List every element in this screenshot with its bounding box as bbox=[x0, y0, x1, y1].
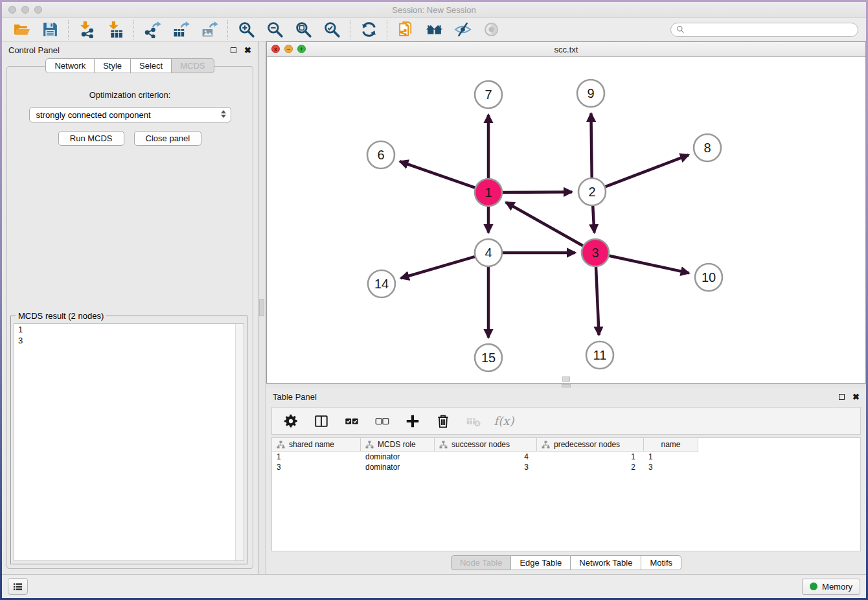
graph-node-14[interactable]: 14 bbox=[368, 270, 395, 297]
mcds-result-list[interactable]: 13 bbox=[14, 323, 244, 561]
import-network-icon[interactable] bbox=[75, 20, 98, 40]
table-row[interactable]: 1dominator411 bbox=[272, 452, 698, 462]
graph-node-2[interactable]: 2 bbox=[578, 178, 606, 205]
graph-edge-1-2[interactable] bbox=[503, 192, 572, 192]
tab-edge-table[interactable]: Edge Table bbox=[511, 555, 571, 570]
graph-node-8[interactable]: 8 bbox=[694, 134, 721, 161]
tab-mcds[interactable]: MCDS bbox=[172, 58, 214, 73]
zoom-out-icon[interactable] bbox=[263, 20, 286, 40]
column-header-successor-nodes[interactable]: successor nodes bbox=[435, 438, 537, 451]
clone-network-icon[interactable] bbox=[394, 20, 417, 40]
criterion-dropdown[interactable]: strongly connected component bbox=[29, 107, 231, 122]
search-input[interactable] bbox=[687, 25, 852, 34]
float-panel-icon[interactable] bbox=[231, 47, 236, 53]
import-table-icon[interactable] bbox=[104, 20, 127, 40]
run-mcds-button[interactable]: Run MCDS bbox=[58, 131, 124, 146]
graph-node-7[interactable]: 7 bbox=[475, 81, 502, 108]
minimize-window-button[interactable] bbox=[21, 6, 29, 14]
houses-icon[interactable] bbox=[422, 20, 446, 40]
graph-edge-3-1[interactable] bbox=[506, 202, 583, 246]
tab-node-table[interactable]: Node Table bbox=[451, 555, 512, 570]
delete-column-icon bbox=[435, 413, 451, 429]
split-panel-icon[interactable] bbox=[312, 411, 330, 431]
graph-edge-3-10[interactable] bbox=[610, 256, 689, 273]
graph-edge-2-3[interactable] bbox=[593, 206, 594, 233]
task-history-button[interactable] bbox=[8, 578, 28, 595]
zoom-fit-icon[interactable] bbox=[291, 20, 315, 40]
graph-edge-1-6[interactable] bbox=[400, 161, 475, 188]
column-header-name[interactable]: name bbox=[644, 438, 698, 451]
network-close-icon[interactable]: x bbox=[271, 45, 280, 53]
svg-text:14: 14 bbox=[374, 277, 389, 291]
graph-edge-4-14[interactable] bbox=[401, 257, 475, 278]
column-header-predecessor-nodes[interactable]: predecessor nodes bbox=[537, 438, 644, 451]
column-header-MCDS-role[interactable]: MCDS role bbox=[361, 438, 435, 451]
delete-table-icon bbox=[464, 411, 483, 431]
tab-motifs[interactable]: Motifs bbox=[641, 555, 681, 570]
select-all-columns-icon[interactable] bbox=[343, 411, 361, 431]
horizontal-splitter[interactable] bbox=[266, 384, 866, 388]
export-image-icon[interactable] bbox=[198, 20, 221, 40]
vertical-splitter-handle[interactable] bbox=[259, 299, 264, 316]
settings-gear-icon bbox=[283, 413, 299, 429]
graph-edge-3-11[interactable] bbox=[596, 267, 599, 335]
float-table-panel-icon[interactable] bbox=[839, 394, 845, 400]
tab-style[interactable]: Style bbox=[95, 58, 131, 73]
zoom-selected-icon[interactable] bbox=[320, 20, 343, 40]
table-row[interactable]: 3dominator323 bbox=[272, 462, 698, 472]
settings-gear-icon[interactable] bbox=[282, 411, 300, 431]
close-window-button[interactable] bbox=[8, 6, 16, 14]
vertical-splitter[interactable] bbox=[258, 41, 266, 574]
deselect-all-columns-icon[interactable] bbox=[373, 411, 391, 431]
graph-node-10[interactable]: 10 bbox=[695, 264, 722, 291]
export-network-icon[interactable] bbox=[141, 20, 164, 40]
graph-node-3[interactable]: 3 bbox=[582, 239, 609, 266]
zoom-in-icon[interactable] bbox=[234, 20, 258, 40]
network-graph[interactable]: 7968124314101511 bbox=[267, 57, 865, 383]
toolbar-separator bbox=[387, 20, 387, 40]
hide-panels-icon[interactable] bbox=[451, 20, 474, 40]
close-table-panel-icon[interactable]: ✖ bbox=[852, 393, 860, 401]
add-column-icon[interactable] bbox=[404, 411, 422, 431]
select-all-columns-icon bbox=[344, 413, 360, 429]
zoom-out-icon bbox=[266, 21, 284, 38]
deselect-all-columns-icon bbox=[374, 413, 390, 429]
graph-edge-2-8[interactable] bbox=[606, 155, 689, 187]
result-scrollbar[interactable] bbox=[235, 324, 244, 560]
delete-column-icon[interactable] bbox=[434, 411, 452, 431]
close-panel-button[interactable]: Close panel bbox=[134, 131, 202, 146]
graph-node-1[interactable]: 1 bbox=[475, 179, 502, 206]
tab-network[interactable]: Network bbox=[45, 58, 95, 73]
network-maximize-icon[interactable]: + bbox=[297, 45, 306, 53]
toolbar-separator bbox=[133, 20, 134, 40]
tab-select[interactable]: Select bbox=[131, 58, 172, 73]
graph-node-4[interactable]: 4 bbox=[475, 239, 502, 266]
table-cell: 2 bbox=[537, 462, 644, 472]
graph-node-15[interactable]: 15 bbox=[475, 344, 502, 371]
tab-network-table[interactable]: Network Table bbox=[571, 555, 641, 570]
column-header-shared-name[interactable]: shared name bbox=[272, 438, 361, 451]
zoom-fit-icon bbox=[295, 21, 312, 38]
open-session-folder-icon[interactable] bbox=[10, 20, 33, 40]
horizontal-splitter-handle[interactable] bbox=[562, 384, 571, 387]
network-canvas[interactable]: 7968124314101511 bbox=[267, 57, 865, 383]
save-session-icon[interactable] bbox=[38, 20, 62, 40]
close-panel-icon[interactable]: ✖ bbox=[244, 46, 251, 54]
export-table-icon[interactable] bbox=[169, 20, 192, 40]
maximize-window-button[interactable] bbox=[34, 6, 42, 14]
graph-node-11[interactable]: 11 bbox=[586, 341, 613, 369]
search-box[interactable] bbox=[670, 23, 858, 37]
network-minimize-icon[interactable]: – bbox=[284, 45, 293, 53]
graph-edge-2-9[interactable] bbox=[591, 113, 591, 178]
table-panel-title: Table Panel bbox=[273, 392, 317, 402]
svg-text:9: 9 bbox=[587, 86, 594, 100]
memory-button[interactable]: Memory bbox=[802, 579, 860, 595]
toolbar-separator bbox=[68, 20, 69, 40]
function-builder-icon: f(x) bbox=[495, 411, 513, 431]
graph-node-9[interactable]: 9 bbox=[577, 80, 604, 107]
table-cell: 3 bbox=[272, 462, 361, 472]
canvas-scroll-handle[interactable] bbox=[562, 376, 570, 382]
graph-node-6[interactable]: 6 bbox=[367, 141, 394, 168]
mcds-result-title: MCDS result (2 nodes) bbox=[16, 311, 106, 321]
refresh-icon[interactable] bbox=[357, 20, 380, 40]
